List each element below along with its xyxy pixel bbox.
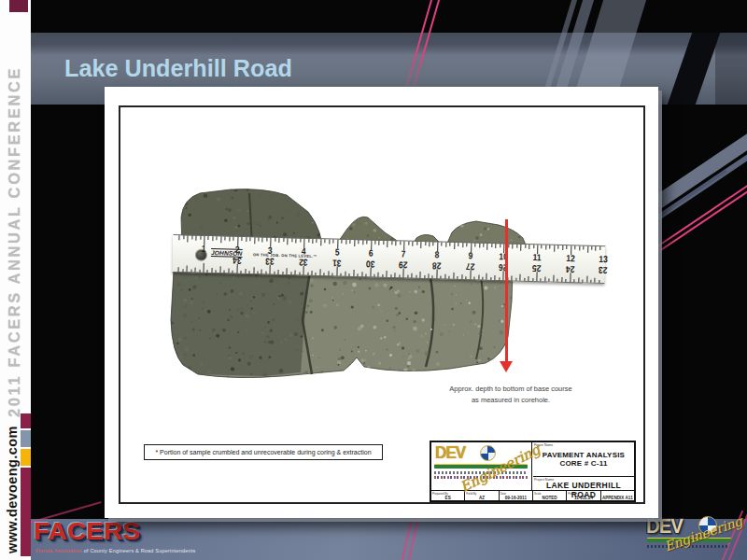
ruler-tick xyxy=(211,268,212,273)
ruler-tick xyxy=(599,246,600,250)
figure-name-line2: CORE # C-11 xyxy=(533,459,634,468)
ruler-tick xyxy=(324,273,325,276)
ruler-tick xyxy=(512,276,513,281)
slide-canvas: Lake Underhill Road 2011 FACERS ANNUAL C… xyxy=(0,0,747,560)
ruler-tick xyxy=(553,275,554,282)
ruler-tick xyxy=(483,244,484,247)
ruler-number-bottom: 33 xyxy=(265,257,275,267)
ruler-tick xyxy=(416,274,416,278)
ruler-tick xyxy=(407,274,408,278)
ruler-tick xyxy=(253,267,254,273)
ruler-tick xyxy=(479,244,480,248)
ruler-tick xyxy=(249,237,250,241)
ruler-tick xyxy=(291,238,292,242)
ruler-tick xyxy=(254,237,255,244)
ruler-tick xyxy=(212,236,213,241)
ruler-tick xyxy=(353,270,354,276)
ruler-tick xyxy=(311,271,312,275)
sidebar-accent-block xyxy=(9,0,28,12)
ruler-tick xyxy=(358,273,359,277)
ruler-tick xyxy=(266,238,267,242)
ruler-tick xyxy=(586,276,587,283)
ruler-number-bottom: 30 xyxy=(365,259,374,269)
ruler-tick xyxy=(412,242,413,246)
ruler-tick xyxy=(499,277,500,281)
ruler-tick xyxy=(487,244,488,250)
ruler-tick xyxy=(461,274,462,279)
ruler-tick xyxy=(583,246,584,250)
ruler-number-bottom: 27 xyxy=(465,261,474,272)
ruler-tick xyxy=(219,266,220,273)
ruler-tick xyxy=(453,273,454,279)
document-page: JOHNSON ON THE JOB. ON THE LEVEL.™ 12345… xyxy=(105,87,658,518)
ruler-tick xyxy=(245,269,246,273)
facers-tagline-rest: of County Engineers & Road Superintenden… xyxy=(82,548,195,553)
ruler-tick xyxy=(579,245,580,250)
ruler-tick xyxy=(388,241,388,247)
ruler-tick xyxy=(257,271,258,274)
ruler-tick xyxy=(325,239,326,243)
globe-icon xyxy=(480,445,496,461)
field-value: ES xyxy=(431,496,464,500)
ruler-tick xyxy=(287,268,288,274)
field-value: AZ xyxy=(465,496,498,500)
ruler-tick xyxy=(544,276,545,281)
ruler-tick xyxy=(242,237,243,241)
ruler-tick xyxy=(190,269,191,273)
field-value: 09-16-2011 xyxy=(500,496,532,500)
ruler-tick xyxy=(473,276,474,280)
ruler-tick xyxy=(462,243,463,247)
ruler-tick xyxy=(442,243,443,246)
annotation-line2: as measured in corehole. xyxy=(403,395,618,406)
ruler-tick xyxy=(419,272,420,278)
facers-tagline: Florida Association of County Engineers … xyxy=(35,548,195,553)
website-vertical-text: www.devoeng.com xyxy=(5,426,20,553)
ruler-tick xyxy=(515,277,516,281)
ruler-tick xyxy=(182,269,183,273)
sidebar-accent-block xyxy=(21,430,31,447)
ruler-tick xyxy=(191,236,192,240)
ruler-tick xyxy=(424,275,425,279)
ruler-tick xyxy=(541,278,542,282)
ruler-tick xyxy=(449,275,450,279)
ruler-tick xyxy=(328,271,329,275)
ruler-tick xyxy=(390,274,391,278)
ruler-tick xyxy=(444,274,445,279)
ruler-tick xyxy=(420,242,421,248)
ruler-tick xyxy=(408,242,409,245)
ruler-tick xyxy=(454,243,455,249)
title-block-field: Project #11-011.24 xyxy=(567,491,600,500)
ruler-tick xyxy=(428,273,429,278)
ruler-number-top: 1 xyxy=(202,244,206,254)
ruler-number-top: 11 xyxy=(532,252,541,262)
ruler-tick xyxy=(333,239,334,243)
field-value: NOTED xyxy=(533,496,566,500)
ruler-tick xyxy=(425,242,426,245)
ruler-tick xyxy=(274,271,275,274)
ruler-tick xyxy=(466,243,467,246)
ruler-tick xyxy=(296,238,297,243)
ruler-tick xyxy=(491,244,492,247)
facers-logo: FACERS xyxy=(34,517,140,546)
ruler-number-bottom: 28 xyxy=(432,260,442,271)
ruler-tick xyxy=(486,273,487,280)
ruler-tick xyxy=(187,265,188,272)
ruler-tick xyxy=(300,239,301,243)
ruler-number-top: 4 xyxy=(302,246,306,257)
ruler-tick xyxy=(241,270,242,273)
ruler-tick xyxy=(587,246,588,253)
ruler-tick xyxy=(445,243,446,247)
ruler-tick xyxy=(528,276,529,281)
ruler-tick xyxy=(524,277,525,281)
ruler-number-top: 3 xyxy=(268,245,273,256)
ruler-tick xyxy=(474,243,475,246)
depth-annotation: Approx. depth to bottom of base course a… xyxy=(403,384,618,405)
ruler-tick xyxy=(178,267,179,272)
ruler-tick xyxy=(200,236,201,240)
ruler-tick xyxy=(574,245,575,249)
ruler-number-top: 2 xyxy=(234,245,239,255)
ruler-number-top: 9 xyxy=(468,250,472,260)
ruler-tick xyxy=(366,240,367,244)
ruler-tick xyxy=(458,275,458,279)
note-box: * Portion of sample crumbled and unrecov… xyxy=(144,444,383,460)
